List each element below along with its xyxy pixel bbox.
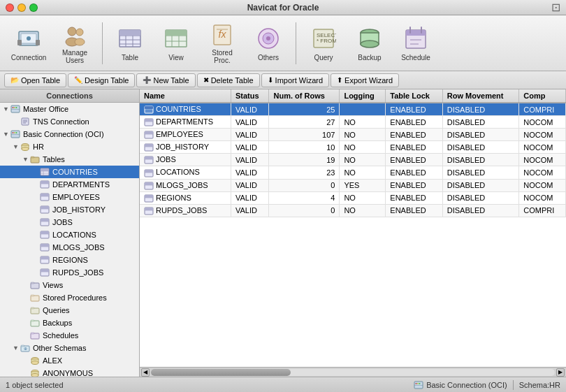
cell-name: COUNTRIES xyxy=(140,103,231,116)
svg-rect-91 xyxy=(31,295,34,296)
import-wizard-button[interactable]: ⬇ Import Wizard xyxy=(261,73,329,87)
arrow-hr[interactable] xyxy=(13,143,20,150)
sidebar-item-tables-folder[interactable]: Tables xyxy=(0,153,139,166)
tool-view[interactable]: View xyxy=(154,20,198,67)
scroll-thumb[interactable] xyxy=(151,369,291,376)
minimize-button[interactable] xyxy=(17,3,26,12)
cell-lock: ENABLED xyxy=(386,141,442,154)
tool-stored-proc[interactable]: fx Stored Proc. xyxy=(201,20,244,67)
cell-rows: 27 xyxy=(269,116,340,129)
sidebar-item-queries[interactable]: Queries xyxy=(0,304,139,317)
connection-icon xyxy=(15,24,43,52)
table-row[interactable]: REGIONS VALID 4 NO ENABLED DISABLED NOCO… xyxy=(140,191,566,204)
design-table-button[interactable]: ✏️ Design Table xyxy=(68,73,135,87)
sidebar-item-backups[interactable]: Backups xyxy=(0,317,139,329)
arrow-master-office[interactable] xyxy=(3,106,10,112)
sidebar-label-jh: JOB_HISTORY xyxy=(52,205,106,214)
delete-table-button[interactable]: ✖ Delete Table xyxy=(197,73,260,87)
sidebar-label-master-office: Master Office xyxy=(23,105,68,113)
table-row[interactable]: JOBS VALID 19 NO ENABLED DISABLED NOCOM xyxy=(140,154,566,166)
sidebar-label-alex: ALEX xyxy=(43,356,62,365)
arrow-other-schemas[interactable] xyxy=(13,344,20,351)
cell-lock: ENABLED xyxy=(386,154,442,166)
table-row[interactable]: COUNTRIES VALID 25 ENABLED DISABLED COMP… xyxy=(140,103,566,116)
open-table-button[interactable]: 📂 Open Table xyxy=(4,73,66,87)
col-header-comp[interactable]: Comp xyxy=(519,89,566,103)
table-row[interactable]: DEPARTMENTS VALID 27 NO ENABLED DISABLED… xyxy=(140,116,566,129)
svg-point-135 xyxy=(416,383,417,384)
tns-icon xyxy=(20,117,31,126)
restore-button[interactable]: ⊡ xyxy=(551,1,560,14)
sidebar-item-employees[interactable]: EMPLOYEES xyxy=(0,191,139,203)
scroll-track[interactable] xyxy=(151,369,555,376)
col-header-status[interactable]: Status xyxy=(231,89,269,103)
table-dept-icon xyxy=(39,180,50,189)
sidebar-item-basic-connection[interactable]: Basic Connection (OCI) xyxy=(0,128,139,140)
tool-query[interactable]: SELECT * FROM Query xyxy=(302,20,345,67)
table-emp-icon xyxy=(39,192,50,202)
table-row[interactable]: JOB_HISTORY VALID 10 NO ENABLED DISABLED… xyxy=(140,141,566,154)
sidebar-item-stored-procs[interactable]: Stored Procedures xyxy=(0,291,139,304)
sidebar-item-departments[interactable]: DEPARTMENTS xyxy=(0,178,139,191)
sidebar-header: Connections xyxy=(0,89,139,103)
new-table-icon: ➕ xyxy=(143,76,151,84)
sidebar-item-regions[interactable]: REGIONS xyxy=(0,254,139,266)
scroll-right-button[interactable]: ▶ xyxy=(556,368,565,377)
cell-status: VALID xyxy=(231,191,269,204)
table-data-area[interactable]: Name Status Num. of Rows Logging Table L… xyxy=(140,89,566,367)
tool-backup[interactable]: Backup xyxy=(348,20,391,67)
cell-comp: NOCOM xyxy=(519,179,566,191)
table-row[interactable]: RUPDS_JOBS VALID 0 NO ENABLED DISABLED C… xyxy=(140,204,566,217)
sidebar-item-jobs[interactable]: JOBS xyxy=(0,216,139,228)
sub-toolbar: 📂 Open Table ✏️ Design Table ➕ New Table… xyxy=(0,71,566,89)
arrow-basic-conn[interactable] xyxy=(3,131,10,138)
sidebar-item-job-history[interactable]: JOB_HISTORY xyxy=(0,203,139,216)
svg-rect-84 xyxy=(41,256,49,259)
h-scrollbar[interactable]: ◀ ▶ xyxy=(140,367,566,377)
table-row[interactable]: EMPLOYEES VALID 107 NO ENABLED DISABLED … xyxy=(140,129,566,141)
tool-connection[interactable]: Connection xyxy=(7,20,50,67)
cell-logging: NO xyxy=(340,129,386,141)
svg-rect-69 xyxy=(41,194,49,196)
sidebar-item-other-schemas[interactable]: ⊕ Other Schemas xyxy=(0,342,139,354)
sidebar-item-anonymous[interactable]: ANONYMOUS xyxy=(0,367,139,377)
tool-manage-users[interactable]: Manage Users xyxy=(53,20,96,67)
svg-text:fx: fx xyxy=(219,29,227,40)
sidebar-item-countries[interactable]: COUNTRIES xyxy=(0,166,139,178)
col-header-movement[interactable]: Row Movement xyxy=(442,89,519,103)
maximize-button[interactable] xyxy=(29,3,38,12)
sidebar-item-locations[interactable]: LOCATIONS xyxy=(0,228,139,241)
col-header-logging[interactable]: Logging xyxy=(340,89,386,103)
sidebar-item-tns-connection[interactable]: TNS Connection xyxy=(0,115,139,128)
sidebar-label-regions: REGIONS xyxy=(52,256,88,264)
sidebar-label-backups: Backups xyxy=(43,319,72,327)
svg-rect-89 xyxy=(31,282,34,284)
sidebar-item-rupds[interactable]: RUPDS_JOBS xyxy=(0,266,139,279)
schedules-folder-icon xyxy=(29,331,41,340)
col-header-name[interactable]: Name xyxy=(140,89,231,103)
sidebar-item-alex[interactable]: ALEX xyxy=(0,354,139,367)
scroll-left-button[interactable]: ◀ xyxy=(141,368,150,377)
tool-others[interactable]: Others xyxy=(247,20,290,67)
arrow-tables[interactable] xyxy=(22,156,29,163)
tool-schedule[interactable]: Schedule xyxy=(394,20,437,67)
col-header-rows[interactable]: Num. of Rows xyxy=(269,89,340,103)
tool-table[interactable]: Table xyxy=(108,20,152,67)
close-button[interactable] xyxy=(6,3,14,12)
export-wizard-button[interactable]: ⬆ Export Wizard xyxy=(331,73,399,87)
sidebar-item-hr[interactable]: HR xyxy=(0,140,139,153)
sidebar-item-mlogs-jobs[interactable]: MLOGS_JOBS xyxy=(0,241,139,254)
table-row[interactable]: MLOGS_JOBS VALID 0 YES ENABLED DISABLED … xyxy=(140,179,566,191)
sidebar-label-mlogs: MLOGS_JOBS xyxy=(52,243,105,252)
queries-folder-icon xyxy=(29,305,41,315)
table-row[interactable]: LOCATIONS VALID 23 NO ENABLED DISABLED N… xyxy=(140,166,566,179)
cell-comp: NOCOM xyxy=(519,129,566,141)
sidebar-item-schedules[interactable]: Schedules xyxy=(0,329,139,342)
col-header-lock[interactable]: Table Lock xyxy=(386,89,442,103)
new-table-button[interactable]: ➕ New Table xyxy=(136,73,195,87)
sidebar-label-tables: Tables xyxy=(43,155,65,164)
svg-point-56 xyxy=(22,147,29,151)
sidebar-item-views[interactable]: Views xyxy=(0,279,139,291)
sidebar-item-master-office[interactable]: Master Office xyxy=(0,103,139,115)
table-m-icon xyxy=(39,242,50,252)
